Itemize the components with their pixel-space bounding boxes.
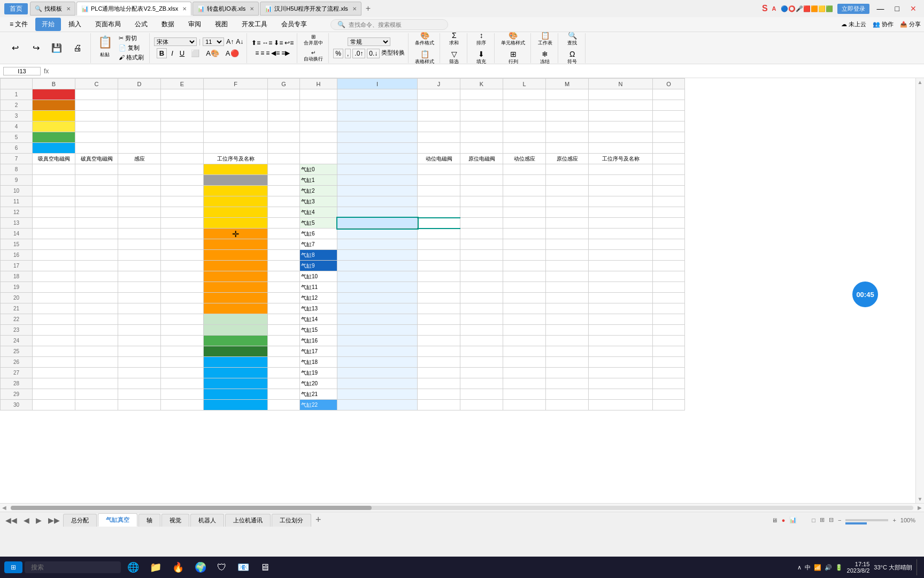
cell-n17[interactable] [589, 261, 653, 271]
cell-d22[interactable] [118, 314, 161, 325]
cell-e5[interactable] [161, 132, 204, 143]
cell-l17[interactable] [503, 261, 546, 271]
percent-btn[interactable]: % [333, 49, 343, 58]
cell-d26[interactable] [118, 357, 161, 368]
cell-b16[interactable] [33, 250, 75, 261]
cell-b6[interactable] [33, 143, 75, 154]
tab-plc[interactable]: 📊 PLC通用地址分配表V2.5_ZB.xlsx ✕ [76, 2, 191, 16]
cell-l1[interactable] [503, 89, 546, 100]
show-desktop-btn[interactable] [917, 559, 920, 575]
cell-e10[interactable] [161, 186, 204, 196]
cell-g11[interactable] [268, 196, 300, 207]
cell-m6[interactable] [546, 143, 589, 154]
cell-h25[interactable]: 气缸17 [300, 346, 337, 357]
cell-k20[interactable] [460, 293, 503, 303]
cell-d27[interactable] [118, 368, 161, 378]
cell-d18[interactable] [118, 271, 161, 282]
cell-b12[interactable] [33, 207, 75, 218]
cell-n27[interactable] [589, 368, 653, 378]
cell-h5[interactable] [300, 132, 337, 143]
cell-h23[interactable]: 气缸15 [300, 325, 337, 336]
cell-c6[interactable] [75, 143, 118, 154]
cell-j26[interactable] [418, 357, 460, 368]
cell-o11[interactable] [653, 196, 685, 207]
indent-inc-btn[interactable]: ≡▶ [281, 49, 290, 57]
cell-i30[interactable] [337, 400, 418, 410]
cell-m7[interactable]: 原位感应 [546, 154, 589, 164]
cell-e16[interactable] [161, 250, 204, 261]
zoom-slider[interactable] [845, 519, 888, 521]
conditional-format-btn[interactable]: 🎨条件格式 [413, 32, 436, 48]
cell-b3[interactable] [33, 111, 75, 121]
cell-c5[interactable] [75, 132, 118, 143]
cell-n29[interactable] [589, 389, 653, 400]
cell-n18[interactable] [589, 271, 653, 282]
cell-l11[interactable] [503, 196, 546, 207]
format-painter-button[interactable]: 🖌 格式刷 [117, 54, 146, 62]
cell-n28[interactable] [589, 378, 653, 389]
cell-c13[interactable] [75, 218, 118, 229]
cell-m30[interactable] [546, 400, 589, 410]
cell-g16[interactable] [268, 250, 300, 261]
taskbar-icon-2[interactable]: 📁 [145, 559, 166, 575]
cell-j7[interactable]: 动位电磁阀 [418, 154, 460, 164]
cell-l29[interactable] [503, 389, 546, 400]
cell-f11[interactable] [204, 196, 268, 207]
cell-b13[interactable] [33, 218, 75, 229]
cell-f19[interactable] [204, 282, 268, 293]
menu-file[interactable]: ≡ 文件 [3, 18, 34, 31]
undo-btn[interactable]: ↩ [5, 42, 25, 54]
copy-button[interactable]: 📄 复制 [117, 44, 146, 52]
cell-g28[interactable] [268, 378, 300, 389]
cell-e17[interactable] [161, 261, 204, 271]
cell-i19[interactable] [337, 282, 418, 293]
cell-b19[interactable] [33, 282, 75, 293]
cell-e2[interactable] [161, 100, 204, 111]
cell-m14[interactable] [546, 229, 589, 239]
cell-i20[interactable] [337, 293, 418, 303]
cell-l4[interactable] [503, 121, 546, 132]
cell-b24[interactable] [33, 336, 75, 346]
cell-d23[interactable] [118, 325, 161, 336]
start-button[interactable]: ⊞ [4, 561, 22, 573]
cell-c18[interactable] [75, 271, 118, 282]
cell-i25[interactable] [337, 346, 418, 357]
cell-g5[interactable] [268, 132, 300, 143]
cell-h9[interactable]: 气缸1 [300, 175, 337, 186]
underline-btn[interactable]: U [178, 49, 187, 58]
cell-i12[interactable] [337, 207, 418, 218]
font-size-select[interactable]: 11 [203, 37, 224, 46]
cell-c27[interactable] [75, 368, 118, 378]
cell-b4[interactable] [33, 121, 75, 132]
cell-c15[interactable] [75, 239, 118, 250]
cell-k6[interactable] [460, 143, 503, 154]
cell-l7[interactable]: 动位感应 [503, 154, 546, 164]
cell-e18[interactable] [161, 271, 204, 282]
maximize-button[interactable]: □ [892, 4, 903, 13]
cell-j18[interactable] [418, 271, 460, 282]
cell-h20[interactable]: 气缸12 [300, 293, 337, 303]
find-btn[interactable]: 🔍查找 [563, 32, 582, 48]
sheet-tab-axis[interactable]: 轴 [138, 514, 160, 527]
align-center-btn[interactable]: ≡ [260, 49, 264, 57]
tab-close-4[interactable]: ✕ [352, 6, 357, 12]
cell-b23[interactable] [33, 325, 75, 336]
cell-k3[interactable] [460, 111, 503, 121]
cell-o7[interactable] [653, 154, 685, 164]
cell-m9[interactable] [546, 175, 589, 186]
cell-b11[interactable] [33, 196, 75, 207]
cell-c30[interactable] [75, 400, 118, 410]
tray-sound[interactable]: 🔊 [825, 564, 832, 571]
freeze-btn[interactable]: ❄冻结 [535, 49, 555, 65]
cell-c22[interactable] [75, 314, 118, 325]
cell-l22[interactable] [503, 314, 546, 325]
cell-n21[interactable] [589, 303, 653, 314]
cell-h27[interactable]: 气缸19 [300, 368, 337, 378]
add-sheet-button[interactable]: + [312, 514, 325, 526]
cell-i11[interactable] [337, 196, 418, 207]
cell-g19[interactable] [268, 282, 300, 293]
cell-e14[interactable] [161, 229, 204, 239]
cell-o1[interactable] [653, 89, 685, 100]
cell-e11[interactable] [161, 196, 204, 207]
col-header-i[interactable]: I [337, 79, 418, 89]
